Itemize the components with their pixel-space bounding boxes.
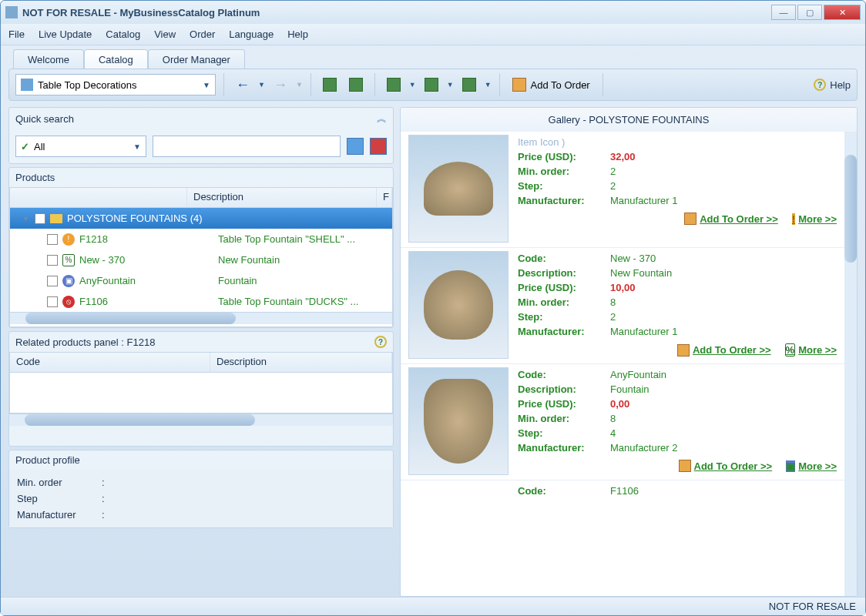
tool-price-3[interactable] <box>458 74 480 95</box>
row-checkbox[interactable] <box>47 234 58 245</box>
rel-col-code[interactable]: Code <box>10 353 210 372</box>
row-checkbox[interactable] <box>47 276 58 286</box>
price-value: 10,00 <box>610 282 636 293</box>
maximize-button[interactable]: ▢ <box>797 5 822 20</box>
search-input[interactable] <box>153 136 341 157</box>
profile-panel: Product profile Min. order: Step: Manufa… <box>8 450 394 528</box>
menu-file[interactable]: File <box>8 28 25 40</box>
add-to-order-link[interactable]: Add To Order >> <box>677 344 771 357</box>
category-value: Table Top Decorations <box>38 79 136 91</box>
tab-catalog[interactable]: Catalog <box>84 49 148 69</box>
folder-icon <box>50 214 62 223</box>
help-small-icon[interactable]: ? <box>374 336 387 348</box>
add-to-order-link[interactable]: Add To Order >> <box>679 460 773 472</box>
percent-icon: % <box>62 254 75 266</box>
code-value: AnyFountain <box>610 369 666 380</box>
category-combo[interactable]: Table Top Decorations ▼ <box>15 74 216 95</box>
menu-live-update[interactable]: Live Update <box>39 28 92 40</box>
code-value: New - 370 <box>610 253 656 264</box>
row-checkbox[interactable] <box>47 255 58 266</box>
row-code: F1218 <box>79 233 218 245</box>
filter-combo[interactable]: ✓ All ▼ <box>15 136 146 157</box>
menu-order[interactable]: Order <box>190 28 215 40</box>
folder-checkbox[interactable] <box>35 213 45 224</box>
window-title: NOT FOR RESALE - MyBusinessCatalog Plati… <box>22 7 771 18</box>
tool-price-2[interactable] <box>421 74 442 95</box>
table-row[interactable]: ⦸ F1106 Table Top Fountain "DUCKS" ... <box>10 291 392 312</box>
forward-button[interactable]: → <box>270 74 291 95</box>
back-button[interactable]: ← <box>232 74 253 95</box>
tabbar: Welcome Catalog Order Manager <box>1 45 865 69</box>
left-pane: Quick search ︽ ✓ All ▼ Products <box>8 107 394 597</box>
truck-icon: ▣ <box>786 460 795 472</box>
tool-new-2[interactable] <box>345 74 367 95</box>
horizontal-scrollbar[interactable] <box>9 413 393 426</box>
menu-language[interactable]: Language <box>229 28 274 40</box>
add-to-order-toolbar-button[interactable]: Add To Order <box>508 78 595 92</box>
min-value: 2 <box>610 166 616 177</box>
more-link[interactable]: %More >> <box>785 343 837 357</box>
table-row[interactable]: ▣ AnyFountain Fountain <box>10 270 392 291</box>
filter-value: All <box>34 141 45 152</box>
table-row[interactable]: % New - 370 New Fountain <box>10 249 392 270</box>
products-title: Products <box>15 172 55 183</box>
rel-col-desc[interactable]: Description <box>210 353 392 372</box>
product-image[interactable] <box>408 135 509 243</box>
help-button[interactable]: ? Help <box>814 79 851 91</box>
clear-button[interactable] <box>370 138 387 155</box>
step-label: Step <box>17 493 102 504</box>
row-checkbox[interactable] <box>47 296 58 307</box>
peek-code: F1106 <box>610 485 639 497</box>
step-value: 2 <box>610 180 616 192</box>
col-desc[interactable]: Description <box>187 188 377 207</box>
table-header: Description F <box>10 188 392 208</box>
chevron-down-icon: ▼ <box>203 81 210 89</box>
menu-view[interactable]: View <box>154 28 176 40</box>
folder-name: POLYSTONE FOUNTAINS (4) <box>67 213 203 224</box>
expand-icon[interactable]: ▾ <box>24 214 35 223</box>
product-image[interactable] <box>408 367 509 475</box>
manufacturer-label: Manufacturer <box>17 509 102 521</box>
category-icon <box>21 79 33 91</box>
col-name[interactable] <box>10 188 187 207</box>
menubar: File Live Update Catalog View Order Lang… <box>1 24 865 45</box>
help-label: Help <box>830 79 851 91</box>
titlebar: NOT FOR RESALE - MyBusinessCatalog Plati… <box>1 1 865 24</box>
col-f[interactable]: F <box>377 188 392 207</box>
add-to-order-link[interactable]: Add To Order >> <box>684 213 778 225</box>
statusbar: NOT FOR RESALE <box>1 597 865 615</box>
vertical-scrollbar[interactable] <box>844 132 857 596</box>
product-image[interactable] <box>408 251 509 359</box>
gallery-item: Code:New - 370 Description:New Fountain … <box>401 248 844 364</box>
menu-help[interactable]: Help <box>287 28 308 40</box>
partial-text: Item Icon ) <box>518 136 565 148</box>
folder-row[interactable]: ▾ POLYSTONE FOUNTAINS (4) <box>10 208 392 229</box>
collapse-icon[interactable]: ︽ <box>377 112 387 126</box>
mfr-value: Manufacturer 1 <box>610 195 677 206</box>
more-link[interactable]: !More >> <box>792 213 837 225</box>
desc-value: New Fountain <box>610 267 672 279</box>
tab-order-manager[interactable]: Order Manager <box>148 49 245 69</box>
products-panel: Products Description F ▾ POLYSTONE FOUNT… <box>8 167 394 328</box>
menu-catalog[interactable]: Catalog <box>106 28 140 40</box>
horizontal-scrollbar[interactable] <box>10 312 392 324</box>
desc-value: Fountain <box>610 383 650 395</box>
table-row[interactable]: ! F1218 Table Top Fountain "SHELL" ... <box>10 229 392 249</box>
search-button[interactable] <box>347 138 364 155</box>
row-desc: Table Top Fountain "DUCKS" ... <box>218 296 392 307</box>
profile-title: Product profile <box>15 454 80 466</box>
gallery-item: Code:AnyFountain Description:Fountain Pr… <box>401 364 844 480</box>
tool-new-1[interactable] <box>319 74 341 95</box>
add-icon <box>679 460 691 472</box>
more-link[interactable]: ▣More >> <box>786 460 837 472</box>
step-value: 4 <box>610 427 616 439</box>
warning-icon: ! <box>62 233 75 246</box>
minimize-button[interactable]: — <box>771 5 796 20</box>
tool-price-1[interactable] <box>383 74 404 95</box>
price-value: 32,00 <box>610 151 636 162</box>
mfr-value: Manufacturer 2 <box>610 442 677 454</box>
tab-welcome[interactable]: Welcome <box>13 49 84 69</box>
row-desc: Table Top Fountain "SHELL" ... <box>218 233 392 245</box>
close-button[interactable]: ✕ <box>824 5 861 20</box>
products-table: Description F ▾ POLYSTONE FOUNTAINS (4) … <box>9 187 393 327</box>
